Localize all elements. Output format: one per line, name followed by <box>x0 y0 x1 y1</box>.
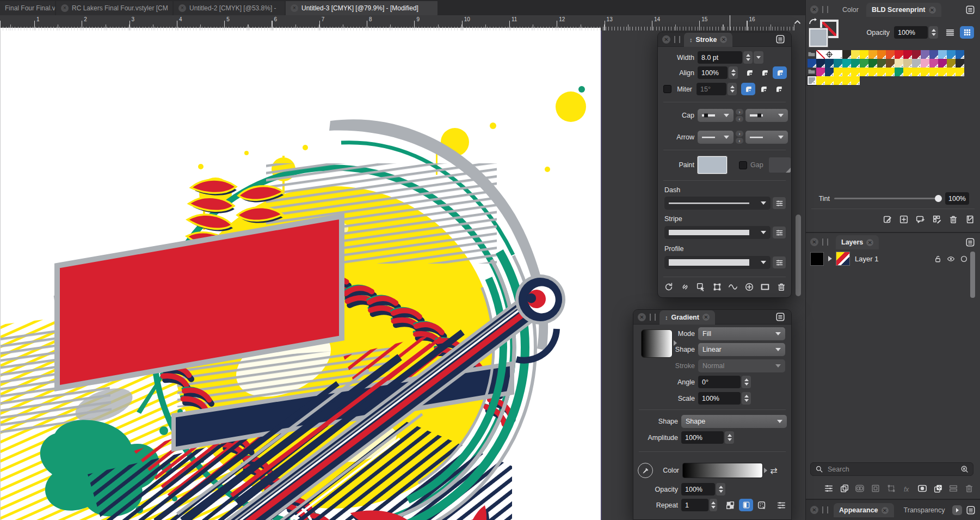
stripe-dropdown[interactable] <box>664 226 771 239</box>
layers-search[interactable] <box>810 462 973 476</box>
swatch[interactable] <box>903 50 912 59</box>
swatch-library-icon[interactable] <box>963 213 976 225</box>
swatch[interactable] <box>886 59 895 68</box>
list-view-icon[interactable] <box>944 27 957 39</box>
swatch[interactable] <box>851 76 860 85</box>
panel-close-icon[interactable]: ✕ <box>810 5 818 14</box>
canvas-vertical-scrollbar[interactable] <box>796 215 801 329</box>
arrow-end-dropdown[interactable] <box>745 131 788 144</box>
tab-color[interactable]: Color <box>838 6 863 14</box>
width-presets-dropdown[interactable] <box>754 51 763 64</box>
panel-menu-icon[interactable] <box>964 504 977 516</box>
eyedropper-icon[interactable] <box>638 463 653 478</box>
doc-tab-3[interactable]: × Untitled-2 [CMYK] [@53.8%] - <box>174 1 285 15</box>
angle-stepper[interactable] <box>742 376 751 388</box>
panel-menu-icon[interactable] <box>774 311 787 323</box>
layer-thumbnail[interactable] <box>836 252 850 266</box>
frame-layer-icon[interactable] <box>869 482 882 494</box>
tint-slider[interactable] <box>834 198 939 199</box>
arrow-copy-left-button[interactable]: ‹ <box>736 138 743 144</box>
cap-start-dropdown[interactable] <box>698 109 734 122</box>
tab-close-icon[interactable]: ✕ <box>929 7 936 14</box>
swap-fill-stroke-icon[interactable] <box>808 17 818 26</box>
swatch[interactable] <box>877 59 886 68</box>
swatch[interactable] <box>947 59 956 68</box>
swatch[interactable] <box>877 68 886 76</box>
tab-close-icon[interactable]: ✕ <box>866 239 873 246</box>
add-layer-icon[interactable] <box>932 482 945 494</box>
layer-color-chip[interactable] <box>810 252 824 266</box>
tab-transparency[interactable]: Transparency <box>899 506 950 514</box>
repeat-pattern-icon[interactable] <box>755 499 768 511</box>
swatch[interactable] <box>938 59 947 68</box>
swatch[interactable] <box>929 68 938 76</box>
profile-settings-icon[interactable] <box>773 256 786 268</box>
join-miter-button[interactable] <box>741 83 755 95</box>
swatch[interactable] <box>947 68 956 76</box>
swatch[interactable] <box>903 68 912 76</box>
swatch[interactable] <box>912 59 921 68</box>
join-round-button[interactable] <box>756 83 771 95</box>
stroke-bounding-box-icon[interactable] <box>711 281 724 293</box>
amplitude-stepper[interactable] <box>725 431 734 444</box>
stroke-link-icon[interactable] <box>679 281 692 293</box>
document-page[interactable] <box>0 30 601 520</box>
align-inside-button[interactable] <box>742 66 756 79</box>
swatch[interactable] <box>834 50 842 59</box>
cap-end-dropdown[interactable] <box>745 109 788 122</box>
swatch[interactable] <box>834 76 842 85</box>
panel-drag-handle[interactable] <box>822 238 828 246</box>
stroke-align-field[interactable]: 100% <box>698 66 728 79</box>
swatch[interactable] <box>868 50 877 59</box>
swatch[interactable] <box>816 76 825 85</box>
edit-grid-icon[interactable] <box>930 213 944 225</box>
swatch[interactable] <box>956 68 964 76</box>
swatch[interactable] <box>816 68 825 76</box>
tab-gradient[interactable]: ↕ Gradient ✕ <box>660 310 715 325</box>
panel-drag-handle[interactable] <box>674 36 680 43</box>
swatch[interactable] <box>834 59 842 68</box>
swatch[interactable] <box>938 50 947 59</box>
stroke-rectangle-icon[interactable] <box>759 281 772 293</box>
gradient-opacity-field[interactable]: 100% <box>681 483 715 495</box>
swatch[interactable] <box>808 59 816 68</box>
doc-tab-1[interactable]: Final Four Final.vstyl <box>0 1 55 15</box>
delete-layer-icon[interactable] <box>963 482 976 494</box>
swap-gradient-icon[interactable]: ⇄ <box>767 464 780 476</box>
tab-bld-screenprint[interactable]: BLD Screenprint ✕ <box>866 3 941 17</box>
swatch[interactable] <box>903 59 912 68</box>
panel-drag-handle[interactable] <box>822 506 828 513</box>
close-icon[interactable]: × <box>178 4 186 12</box>
profile-dropdown[interactable] <box>664 256 771 269</box>
gradient-scale-field[interactable]: 100% <box>698 392 741 405</box>
swatch[interactable] <box>938 68 947 76</box>
close-icon[interactable]: × <box>291 4 298 12</box>
miter-stepper[interactable] <box>728 83 737 95</box>
arrow-start-dropdown[interactable] <box>698 131 734 144</box>
gradient-shape-type-dropdown[interactable]: Shape <box>681 415 787 428</box>
layer-row[interactable]: Layer 1 <box>806 250 980 267</box>
add-comment-swatch-icon[interactable] <box>914 213 927 225</box>
ruler[interactable]: 12345678910111213141516 <box>0 15 805 31</box>
panel-close-icon[interactable]: ✕ <box>810 506 818 514</box>
align-center-button[interactable] <box>757 66 772 79</box>
swatch[interactable] <box>956 59 964 68</box>
swatch[interactable] <box>895 68 903 76</box>
arrow-copy-right-button[interactable]: › <box>736 131 743 137</box>
repeat-field[interactable]: 1 <box>681 499 708 511</box>
swatch-folder-icon[interactable] <box>808 68 816 76</box>
panel-menu-icon[interactable] <box>964 236 977 248</box>
stroke-delete-icon[interactable] <box>775 281 788 293</box>
swatch[interactable] <box>877 50 886 59</box>
swatch[interactable] <box>851 68 860 76</box>
swatch[interactable] <box>816 59 825 68</box>
swatch-opacity-field[interactable]: 100% <box>894 26 928 39</box>
layer-effects-icon[interactable]: fx <box>900 482 913 494</box>
gradient-angle-field[interactable]: 0° <box>698 376 741 388</box>
swatch-folder-icon[interactable] <box>808 50 816 59</box>
layers-scrollbar-thumb[interactable] <box>970 252 975 298</box>
swatch[interactable] <box>929 59 938 68</box>
miter-angle-field[interactable]: 15° <box>697 83 726 95</box>
tint-slider-knob[interactable] <box>935 195 942 202</box>
grid-view-icon[interactable] <box>960 26 974 39</box>
